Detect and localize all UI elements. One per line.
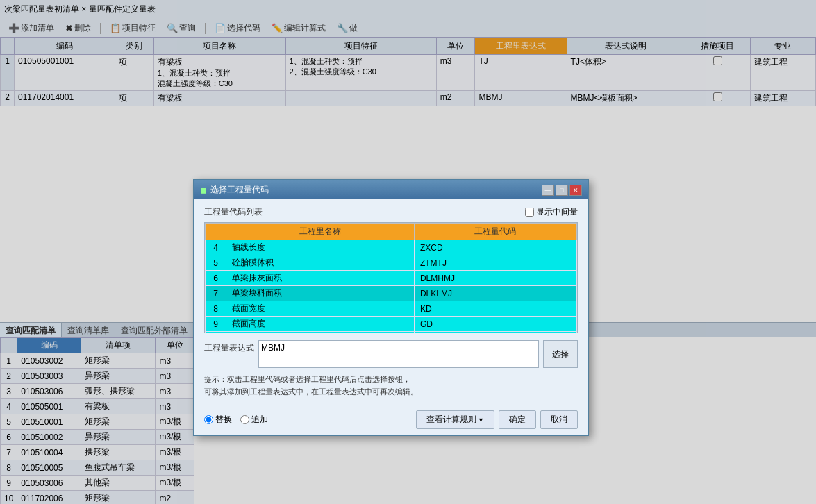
radio-replace-input[interactable]: [204, 415, 213, 424]
close-button[interactable]: ✕: [569, 185, 582, 196]
modal-row-name: 单梁块料面积: [226, 286, 415, 301]
modal-row-name: 单梁抹灰面积: [226, 271, 415, 286]
modal-row-code: ZTMTJ: [414, 255, 576, 271]
minimize-button[interactable]: —: [542, 185, 554, 196]
modal-row-name: 砼胎膜体积: [226, 255, 415, 271]
select-button[interactable]: 选择: [543, 340, 578, 368]
restore-button[interactable]: □: [556, 185, 568, 196]
modal-row-num: 10: [206, 332, 226, 334]
modal-row-num: 8: [206, 301, 226, 317]
modal-footer: 替换 追加 查看计算规则 ▼ 确定 取消: [194, 405, 588, 435]
modal-row-num: 7: [206, 286, 226, 301]
modal-row-name: 截面宽度: [226, 301, 415, 317]
modal-overlay: ◼ 选择工程量代码 — □ ✕ 工程量代码列表 显示中间量: [0, 0, 816, 504]
radio-group: 替换 追加: [204, 414, 268, 426]
modal-body: 工程量代码列表 显示中间量 工程里名称 工程量代码: [194, 199, 588, 405]
confirm-button[interactable]: 确定: [499, 410, 536, 429]
radio-append[interactable]: 追加: [240, 414, 268, 426]
modal-row-code: KD: [414, 301, 576, 317]
modal-row-num: 4: [206, 240, 226, 255]
radio-replace-label: 替换: [215, 414, 232, 426]
modal-section-title: 工程量代码列表 显示中间量: [204, 206, 578, 218]
modal-table-row[interactable]: 7 单梁块料面积 DLKLMJ: [206, 286, 577, 301]
modal-col-code: 工程量代码: [414, 224, 576, 240]
show-intermediate-checkbox[interactable]: [525, 208, 534, 217]
modal-row-name: 轴线长度: [226, 240, 415, 255]
modal-controls: — □ ✕: [542, 185, 582, 196]
query-arrow-icon: ▼: [478, 417, 484, 423]
radio-append-label: 追加: [251, 414, 268, 426]
modal-col-name: 工程里名称: [226, 224, 415, 240]
section-label: 工程量代码列表: [204, 206, 263, 218]
modal-row-code: ZXCD: [414, 240, 576, 255]
show-intermediate-label[interactable]: 显示中间量: [525, 206, 578, 218]
modal-table-row[interactable]: 8 截面宽度 KD: [206, 301, 577, 317]
modal-table-row[interactable]: 6 单梁抹灰面积 DLMHMJ: [206, 271, 577, 286]
hint-text: 提示：双击工程里代码或者选择工程里代码后点击选择按钮， 可将其添加到工程量表达式…: [204, 373, 578, 398]
modal-table-row[interactable]: 9 截面高度 GD: [206, 317, 577, 332]
query-rules-button[interactable]: 查看计算规则 ▼: [416, 410, 494, 429]
expr-label: 工程量表达式: [204, 342, 254, 354]
cancel-button[interactable]: 取消: [540, 410, 578, 429]
expr-textarea[interactable]: MBMJ: [258, 340, 539, 368]
modal-row-num: 6: [206, 271, 226, 286]
modal-titlebar: ◼ 选择工程量代码 — □ ✕: [194, 180, 588, 199]
modal-table-row[interactable]: 4 轴线长度 ZXCD: [206, 240, 577, 255]
modal-row-num: 9: [206, 317, 226, 332]
modal-dialog: ◼ 选择工程量代码 — □ ✕ 工程量代码列表 显示中间量: [193, 179, 589, 436]
modal-row-code: DLKLMJ: [414, 286, 576, 301]
modal-title-text: 选择工程量代码: [210, 184, 269, 196]
modal-row-code: GD: [414, 317, 576, 332]
modal-title: ◼ 选择工程量代码: [200, 184, 269, 196]
radio-append-input[interactable]: [240, 415, 249, 424]
expr-section: 工程量表达式 MBMJ 选择: [204, 340, 578, 368]
modal-row-code: DLMHMJ: [414, 271, 576, 286]
radio-replace[interactable]: 替换: [204, 414, 232, 426]
modal-table-wrap: 工程里名称 工程量代码 4 轴线长度 ZXCD 5 砼胎膜体积 ZTMTJ 6 …: [204, 222, 578, 333]
btn-group: 查看计算规则 ▼ 确定 取消: [416, 410, 578, 429]
modal-title-icon: ◼: [200, 185, 207, 195]
modal-table-row[interactable]: 10 截面面积 MJ: [206, 332, 577, 334]
modal-row-num: 5: [206, 255, 226, 271]
modal-col-num: [206, 224, 226, 240]
modal-table-row[interactable]: 5 砼胎膜体积 ZTMTJ: [206, 255, 577, 271]
modal-row-name: 截面高度: [226, 317, 415, 332]
modal-row-code: MJ: [414, 332, 576, 334]
modal-row-name: 截面面积: [226, 332, 415, 334]
modal-inner-table: 工程里名称 工程量代码 4 轴线长度 ZXCD 5 砼胎膜体积 ZTMTJ 6 …: [205, 223, 577, 333]
